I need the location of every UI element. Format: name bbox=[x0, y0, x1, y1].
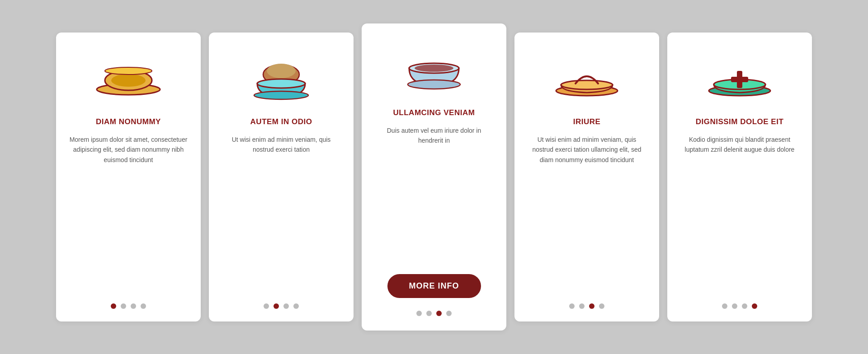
card-5-dots bbox=[722, 303, 757, 309]
dot bbox=[569, 303, 575, 309]
card-4-text: Ut wisi enim ad minim veniam, quis nostr… bbox=[527, 135, 646, 291]
card-2-icon bbox=[245, 49, 317, 103]
card-5-icon bbox=[703, 49, 776, 103]
card-3-title: ULLAMCING VENIAM bbox=[393, 108, 475, 117]
dot bbox=[436, 311, 442, 316]
dot bbox=[446, 311, 452, 316]
dot bbox=[599, 303, 604, 309]
dot bbox=[274, 303, 279, 309]
dot bbox=[264, 303, 269, 309]
card-1-text: Morem ipsum dolor sit amet, consectetuer… bbox=[69, 135, 188, 291]
card-3-icon bbox=[398, 40, 470, 94]
dot bbox=[589, 303, 594, 309]
svg-point-5 bbox=[267, 64, 296, 78]
more-info-button[interactable]: MORE INFO bbox=[387, 274, 481, 298]
svg-point-3 bbox=[105, 67, 152, 75]
dot bbox=[426, 311, 432, 316]
card-2-text: Ut wisi enim ad minim veniam, quis nostr… bbox=[222, 135, 341, 291]
card-4-dots bbox=[569, 303, 604, 309]
card-2-title: AUTEM IN ODIO bbox=[250, 117, 312, 126]
card-5: DIGNISSIM DOLOE EIT Kodio dignissim qui … bbox=[667, 33, 812, 321]
card-3: ULLAMCING VENIAM Duis autem vel eum iriu… bbox=[362, 23, 506, 331]
dot bbox=[579, 303, 585, 309]
svg-point-2 bbox=[111, 74, 146, 87]
card-4-title: IRIURE bbox=[573, 117, 601, 126]
card-2-dots bbox=[264, 303, 299, 309]
svg-point-9 bbox=[415, 65, 453, 72]
card-1-dots bbox=[111, 303, 146, 309]
card-2: AUTEM IN ODIO Ut wisi enim ad minim veni… bbox=[209, 33, 354, 321]
card-3-dots bbox=[416, 311, 452, 316]
card-5-title: DIGNISSIM DOLOE EIT bbox=[696, 117, 784, 126]
dot bbox=[283, 303, 289, 309]
dot bbox=[416, 311, 422, 316]
dot bbox=[141, 303, 146, 309]
dot bbox=[293, 303, 299, 309]
dot bbox=[131, 303, 136, 309]
dot bbox=[752, 303, 757, 309]
svg-point-7 bbox=[254, 91, 308, 99]
svg-point-10 bbox=[408, 80, 460, 89]
card-4: IRIURE Ut wisi enim ad minim veniam, qui… bbox=[514, 33, 659, 321]
card-1-title: DIAM NONUMMY bbox=[96, 117, 161, 126]
svg-rect-16 bbox=[737, 71, 742, 88]
dot bbox=[732, 303, 737, 309]
card-4-icon bbox=[551, 49, 623, 103]
cards-container: DIAM NONUMMY Morem ipsum dolor sit amet,… bbox=[0, 5, 868, 349]
card-1-icon bbox=[92, 49, 165, 103]
card-3-text: Duis autem vel eum iriure dolor in hendr… bbox=[374, 126, 494, 261]
svg-point-12 bbox=[561, 80, 613, 89]
dot bbox=[722, 303, 727, 309]
dot bbox=[742, 303, 747, 309]
dot bbox=[111, 303, 116, 309]
card-1: DIAM NONUMMY Morem ipsum dolor sit amet,… bbox=[56, 33, 201, 321]
card-5-text: Kodio dignissim qui blandit praesent lup… bbox=[680, 135, 799, 291]
dot bbox=[121, 303, 126, 309]
svg-point-6 bbox=[257, 79, 305, 88]
